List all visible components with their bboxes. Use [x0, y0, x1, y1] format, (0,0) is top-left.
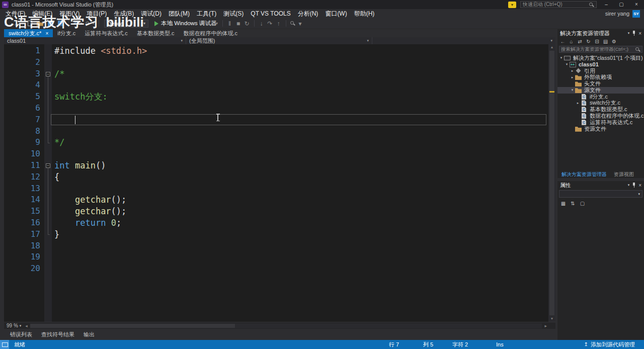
expanded-arrow-icon[interactable]: ▾: [565, 62, 569, 66]
panel-tab-解决方案资源管理器[interactable]: 解决方案资源管理器: [561, 171, 607, 178]
menu-item[interactable]: 测试(S): [220, 9, 247, 18]
menu-item[interactable]: 团队(M): [165, 9, 193, 18]
tree-item[interactable]: ▸switch分支.c: [557, 100, 644, 107]
expanded-arrow-icon[interactable]: ▾: [570, 88, 575, 92]
panel-tab-查找符号结果[interactable]: 查找符号结果: [41, 331, 74, 338]
menu-item[interactable]: 窗口(W): [321, 9, 350, 18]
tab-运算符与表达式.c[interactable]: 运算符与表达式.c: [80, 29, 132, 37]
code-line[interactable]: 11int main()−: [4, 160, 548, 171]
menu-item[interactable]: 工具(T): [193, 9, 220, 18]
start-debugging-button[interactable]: 本地 Windows 调试器: [154, 19, 217, 29]
window-menu-icon[interactable]: ▾: [628, 183, 630, 187]
refresh-icon[interactable]: ↻: [586, 39, 591, 44]
close-icon[interactable]: ×: [638, 31, 641, 36]
code-line[interactable]: 12{: [4, 171, 548, 183]
alphabetical-icon[interactable]: ⇅: [570, 201, 576, 206]
code-line[interactable]: 4: [4, 79, 548, 91]
collapse-all-icon[interactable]: ⊟: [594, 39, 600, 44]
tree-item[interactable]: ▸外部依赖项: [557, 74, 644, 80]
menu-item[interactable]: 项目(P): [83, 9, 110, 18]
tree-item[interactable]: 运算符与表达式.c: [557, 119, 644, 126]
menu-item[interactable]: 生成(B): [110, 9, 137, 18]
tab-基本数据类型.c[interactable]: 基本数据类型.c: [132, 29, 179, 37]
code-line[interactable]: 5switch分支:: [4, 91, 548, 103]
collapse-toggle-icon[interactable]: −: [46, 163, 50, 168]
tab-if分支.c[interactable]: if分支.c: [53, 29, 80, 37]
scrollbar-thumb[interactable]: [30, 324, 235, 328]
pause-icon[interactable]: ‖: [226, 19, 233, 29]
menu-item[interactable]: 调试(D): [137, 9, 165, 18]
project-dropdown[interactable]: class01 ▾: [4, 37, 186, 44]
pin-icon[interactable]: [632, 31, 636, 36]
categorized-icon[interactable]: ▦: [560, 201, 566, 206]
tab-switch分支.c*[interactable]: switch分支.c*×: [4, 29, 53, 37]
feedback-icon[interactable]: [0, 340, 9, 349]
minimize-button[interactable]: –: [601, 1, 612, 9]
pin-icon[interactable]: [632, 183, 636, 188]
code-line[interactable]: 17}: [4, 229, 548, 240]
open-folder-icon[interactable]: [37, 21, 43, 26]
code-line[interactable]: 2: [4, 57, 548, 68]
tree-item[interactable]: ▾class01: [557, 61, 644, 68]
code-line[interactable]: 3/*−: [4, 68, 548, 80]
forward-icon[interactable]: →: [12, 19, 19, 29]
switch-views-icon[interactable]: ⇄: [577, 39, 583, 44]
scroll-right-arrow-icon[interactable]: ▸: [543, 323, 548, 328]
tree-item[interactable]: ▸引用: [557, 68, 644, 74]
code-editor[interactable]: 1#include <stdio.h>23/*−45switch分支:6789*…: [4, 44, 555, 322]
collapse-toggle-icon[interactable]: −: [46, 72, 50, 76]
stop-icon[interactable]: ■: [235, 19, 242, 29]
properties-icon[interactable]: ⚙: [611, 39, 617, 44]
quick-launch-input[interactable]: 快速启动 (Ctrl+Q): [520, 1, 597, 8]
code-line[interactable]: 1#include <stdio.h>: [4, 45, 548, 57]
tree-item[interactable]: ▾源文件: [557, 87, 644, 94]
avatar[interactable]: SY: [632, 10, 640, 18]
overflow-icon[interactable]: ▾: [297, 19, 304, 29]
add-to-source-control-button[interactable]: ↥ 添加到源代码管理: [584, 340, 635, 349]
code-line[interactable]: 9*/: [4, 137, 548, 148]
solution-search-input[interactable]: 搜索解决方案资源管理器(Ctrl+;): [559, 46, 642, 53]
tree-item[interactable]: 数据在程序中的体现.c: [557, 113, 644, 119]
properties-object-dropdown[interactable]: ▾: [559, 190, 642, 198]
dropdown-arrow-icon[interactable]: ▾: [79, 19, 83, 29]
menu-item[interactable]: 编辑(E): [29, 9, 56, 18]
code-line[interactable]: 14 getchar();: [4, 194, 548, 206]
code-line[interactable]: 13: [4, 183, 548, 195]
zoom-control[interactable]: 99 % ▾: [4, 323, 24, 328]
collapsed-arrow-icon[interactable]: ▸: [570, 75, 575, 79]
tree-item[interactable]: 资源文件: [557, 126, 644, 132]
code-line[interactable]: 18: [4, 240, 548, 252]
collapsed-arrow-icon[interactable]: ▸: [570, 69, 575, 73]
horizontal-scrollbar[interactable]: [30, 323, 542, 328]
run-dropdown-arrow-icon[interactable]: ▾: [215, 19, 219, 29]
window-menu-icon[interactable]: ▾: [628, 31, 630, 35]
step-over-icon[interactable]: ↷: [267, 19, 274, 29]
close-icon[interactable]: ×: [45, 31, 48, 36]
property-pages-icon[interactable]: ▢: [580, 201, 585, 206]
restart-icon[interactable]: ↻: [244, 19, 251, 29]
code-line[interactable]: 7: [4, 114, 548, 126]
show-all-files-icon[interactable]: ▤: [603, 39, 608, 44]
tree-item[interactable]: 基本数据类型.c: [557, 106, 644, 113]
save-icon[interactable]: [48, 21, 53, 26]
code-line[interactable]: 8: [4, 126, 548, 137]
solution-configuration-dropdown[interactable]: Debug ▾: [104, 20, 148, 28]
back-icon[interactable]: ←: [3, 19, 10, 29]
redo-icon[interactable]: ↷: [85, 19, 92, 29]
home-icon[interactable]: ⌂: [569, 39, 574, 44]
menu-item[interactable]: 文件(F): [2, 9, 29, 18]
scroll-up-arrow-icon[interactable]: ▴: [548, 44, 555, 50]
back-icon[interactable]: ←: [560, 39, 566, 44]
menu-item[interactable]: 视图(V): [56, 9, 83, 18]
scroll-down-arrow-icon[interactable]: ▾: [548, 316, 555, 322]
collapsed-arrow-icon[interactable]: ▸: [576, 101, 580, 105]
code-line[interactable]: 6: [4, 103, 548, 114]
close-icon[interactable]: ×: [638, 183, 641, 188]
code-line[interactable]: 15 getchar();: [4, 206, 548, 217]
notifications-icon[interactable]: ▼: [508, 2, 516, 8]
maximize-button[interactable]: ▢: [616, 1, 627, 9]
code-line[interactable]: 20: [4, 263, 548, 275]
code-line[interactable]: 10: [4, 148, 548, 160]
expanded-arrow-icon[interactable]: ▾: [559, 56, 564, 60]
tab-数据在程序中的体现.c[interactable]: 数据在程序中的体现.c: [179, 29, 242, 37]
